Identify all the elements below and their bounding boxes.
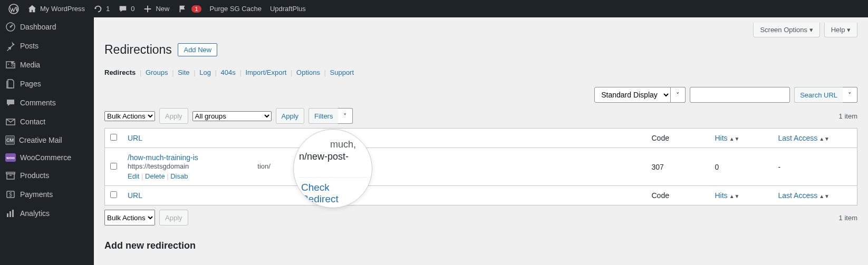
- svg-rect-6: [7, 174, 14, 179]
- wp-logo[interactable]: [4, 0, 23, 17]
- sidebar-item-contact[interactable]: Contact: [0, 112, 94, 131]
- col-last-access[interactable]: Last Access▲▼: [778, 134, 830, 142]
- updraft-label: UpdraftPlus: [270, 5, 306, 13]
- svg-rect-7: [6, 172, 15, 174]
- subnav-404s[interactable]: 404s: [221, 68, 236, 76]
- updraft[interactable]: UpdraftPlus: [266, 0, 310, 17]
- bulk-apply-button-bottom[interactable]: Apply: [159, 210, 188, 225]
- table-row: /how-much-training-is https://testsgdoma…: [105, 148, 857, 186]
- dashboard-icon: [5, 22, 16, 32]
- col-last-access-bottom[interactable]: Last Access▲▼: [778, 191, 830, 200]
- subnav-support[interactable]: Support: [330, 68, 354, 76]
- svg-rect-11: [9, 211, 11, 217]
- cm-icon: CM: [5, 135, 15, 145]
- updates[interactable]: 1: [89, 0, 114, 17]
- code-cell: 307: [647, 148, 710, 186]
- hits-cell: 0: [710, 148, 773, 186]
- groups-apply-button[interactable]: Apply: [276, 108, 305, 124]
- new-content[interactable]: New: [139, 0, 173, 17]
- admin-sidebar: Dashboard Posts Media Pages Comments Con…: [0, 17, 94, 265]
- display-mode-caret[interactable]: ˅: [671, 87, 686, 103]
- svg-rect-10: [7, 213, 8, 217]
- archive-icon: [5, 170, 16, 181]
- dollar-icon: $: [5, 189, 16, 200]
- sidebar-item-dashboard[interactable]: Dashboard: [0, 17, 94, 36]
- purge-cache[interactable]: Purge SG Cache: [206, 0, 266, 17]
- sidebar-item-comments[interactable]: Comments: [0, 93, 94, 112]
- search-url-button[interactable]: Search URL: [794, 87, 843, 103]
- page-title: Redirections: [104, 43, 172, 57]
- col-code: Code: [652, 134, 669, 142]
- sort-icon: ▲▼: [819, 193, 830, 199]
- subnav-log[interactable]: Log: [199, 68, 211, 76]
- sidebar-item-woocommerce[interactable]: woo WooCommerce: [0, 149, 94, 166]
- woo-icon: woo: [5, 153, 16, 162]
- comments-count: 0: [131, 5, 134, 13]
- subnav-groups[interactable]: Groups: [146, 68, 168, 76]
- item-count-top: 1 item: [839, 112, 857, 120]
- display-mode-select[interactable]: Standard Display: [594, 87, 671, 103]
- help-button[interactable]: Help ▾: [824, 23, 857, 37]
- sidebar-item-pages[interactable]: Pages: [0, 74, 94, 93]
- filters-button[interactable]: Filters: [308, 108, 338, 124]
- svg-rect-12: [12, 210, 14, 217]
- sidebar-item-products[interactable]: Products: [0, 166, 94, 185]
- filters-caret[interactable]: ˅: [338, 108, 353, 124]
- sort-icon: ▲▼: [729, 136, 740, 142]
- search-url-caret[interactable]: ˅: [843, 87, 857, 103]
- chart-icon: [5, 208, 16, 219]
- redirects-table: URL Code Hits▲▼ Last Access▲▼ /how-much-…: [104, 128, 857, 205]
- bulk-apply-button[interactable]: Apply: [159, 108, 188, 124]
- sidebar-item-payments[interactable]: $ Payments: [0, 185, 94, 204]
- target-url: https://testsgdomaintion/: [128, 162, 271, 170]
- source-url-link[interactable]: /how-much-training-is: [128, 153, 198, 162]
- subnav-redirects[interactable]: Redirects: [104, 68, 136, 76]
- select-all-checkbox-bottom[interactable]: [110, 191, 117, 198]
- main-content: Screen Options ▾ Help ▾ Redirections Add…: [94, 17, 868, 265]
- col-url[interactable]: URL: [128, 134, 142, 142]
- item-count-bottom: 1 item: [839, 214, 857, 222]
- sidebar-item-media[interactable]: Media: [0, 55, 94, 74]
- svg-text:$: $: [9, 192, 12, 198]
- comments[interactable]: 0: [114, 0, 139, 17]
- notification-badge: 1: [191, 5, 201, 13]
- svg-point-2: [10, 26, 12, 28]
- row-checkbox[interactable]: [110, 163, 117, 170]
- sidebar-item-label: Products: [20, 171, 49, 180]
- sidebar-item-posts[interactable]: Posts: [0, 36, 94, 55]
- pages-icon: [5, 78, 16, 89]
- site-name-label: My WordPress: [40, 5, 85, 13]
- site-name[interactable]: My WordPress: [23, 0, 89, 17]
- subnav-site[interactable]: Site: [178, 68, 189, 76]
- mail-icon: [5, 116, 16, 127]
- subnav-import-export[interactable]: Import/Export: [245, 68, 286, 76]
- refresh-icon: [93, 4, 103, 14]
- disable-action[interactable]: Disab: [170, 172, 188, 180]
- svg-point-3: [8, 64, 9, 65]
- subnav-options[interactable]: Options: [296, 68, 320, 76]
- col-hits[interactable]: Hits▲▼: [715, 134, 740, 142]
- add-new-button[interactable]: Add New: [178, 43, 217, 56]
- select-all-checkbox[interactable]: [110, 134, 117, 141]
- sidebar-item-label: Dashboard: [20, 23, 56, 31]
- screen-options-button[interactable]: Screen Options ▾: [753, 23, 819, 37]
- sidebar-item-label: Contact: [20, 117, 45, 126]
- sidebar-item-analytics[interactable]: Analytics: [0, 204, 94, 223]
- col-url-bottom[interactable]: URL: [128, 191, 142, 200]
- sidebar-item-label: Creative Mail: [19, 136, 62, 144]
- col-hits-bottom[interactable]: Hits▲▼: [715, 191, 740, 200]
- sidebar-item-label: WooCommerce: [20, 153, 71, 162]
- sidebar-item-label: Analytics: [20, 209, 50, 218]
- pin-icon: [5, 41, 16, 51]
- sidebar-item-creative-mail[interactable]: CM Creative Mail: [0, 131, 94, 149]
- search-input[interactable]: [690, 87, 790, 103]
- bulk-actions-select-bottom[interactable]: Bulk Actions: [104, 210, 155, 225]
- sidebar-item-label: Posts: [20, 42, 38, 50]
- bulk-actions-select[interactable]: Bulk Actions: [104, 111, 155, 121]
- sort-icon: ▲▼: [729, 193, 740, 199]
- notifications[interactable]: 1: [173, 0, 205, 17]
- groups-select[interactable]: All groups: [192, 111, 272, 121]
- row-actions: Edit | Delete | Disab: [128, 172, 641, 180]
- edit-action[interactable]: Edit: [128, 172, 139, 180]
- delete-action[interactable]: Delete: [145, 172, 165, 180]
